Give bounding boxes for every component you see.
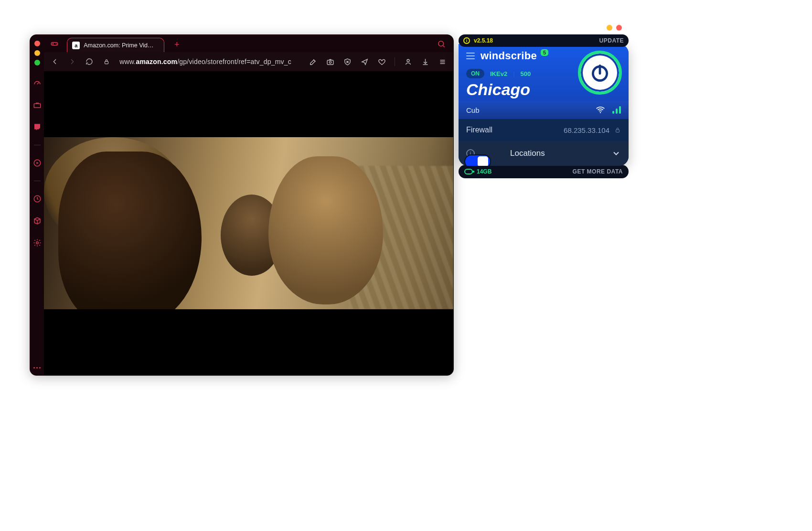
minimize-window-dot[interactable] bbox=[34, 50, 40, 56]
twitch-icon[interactable] bbox=[33, 123, 42, 131]
ip-address: 68.235.33.104 bbox=[564, 126, 609, 134]
lock-icon bbox=[614, 127, 621, 133]
gear-icon[interactable] bbox=[33, 238, 42, 247]
svg-point-7 bbox=[438, 41, 444, 46]
ws-topbar: i v2.5.18 UPDATE bbox=[459, 34, 629, 47]
svg-point-5 bbox=[55, 43, 56, 44]
url-display[interactable]: www.amazon.com/gp/video/storefront/ref=a… bbox=[119, 58, 291, 65]
firewall-label: Firewall bbox=[466, 126, 492, 134]
info-icon[interactable]: i bbox=[463, 37, 470, 44]
ws-logo: windscribe bbox=[481, 50, 537, 62]
ws-firewall-row: Firewall 68.235.33.104 bbox=[459, 119, 629, 141]
menu-icon[interactable] bbox=[438, 57, 447, 66]
reload-icon[interactable] bbox=[85, 57, 94, 66]
close-window-dot[interactable] bbox=[34, 41, 40, 46]
ws-bottombar: 14GB GET MORE DATA bbox=[459, 165, 629, 178]
browser-window: a Amazon.com: Prime Video: Prime + www bbox=[30, 34, 454, 376]
briefcase-icon[interactable] bbox=[33, 101, 42, 109]
ws-header: windscribe 5 ON IKEv2 | 500 Chicago bbox=[459, 44, 629, 101]
locations-label: Locations bbox=[510, 149, 545, 158]
url-path: /gp/video/storefront/ref=atv_dp_mv_c bbox=[177, 58, 291, 65]
ws-sublocation-row[interactable]: Cub bbox=[459, 101, 629, 119]
address-bar: www.amazon.com/gp/video/storefront/ref=a… bbox=[44, 52, 453, 71]
status-on-pill: ON bbox=[466, 69, 484, 78]
tab-active[interactable]: a Amazon.com: Prime Video: Prime bbox=[67, 38, 164, 52]
svg-point-13 bbox=[600, 112, 601, 113]
svg-point-10 bbox=[329, 61, 331, 63]
clock-icon[interactable] bbox=[33, 195, 42, 203]
get-more-data-button[interactable]: GET MORE DATA bbox=[573, 168, 623, 175]
tab-favicon: a bbox=[72, 42, 80, 49]
power-button[interactable] bbox=[578, 51, 622, 95]
tab-strip: a Amazon.com: Prime Video: Prime + bbox=[44, 35, 453, 52]
ws-notification-badge[interactable]: 5 bbox=[541, 49, 548, 56]
svg-rect-9 bbox=[327, 60, 333, 64]
lock-icon[interactable] bbox=[102, 57, 111, 66]
windscribe-app: i v2.5.18 UPDATE windscribe 5 ON IKEv2 |… bbox=[459, 34, 629, 178]
video-frame bbox=[44, 137, 453, 309]
hamburger-icon[interactable] bbox=[466, 53, 475, 59]
data-remaining: 14GB bbox=[477, 168, 491, 175]
svg-point-6 bbox=[56, 44, 57, 45]
ws-version: v2.5.18 bbox=[474, 37, 493, 44]
toolbar-right bbox=[309, 57, 447, 66]
camera-icon[interactable] bbox=[326, 57, 334, 66]
ws-sublocation: Cub bbox=[466, 106, 480, 114]
send-icon[interactable] bbox=[360, 57, 369, 66]
browser-left-rail bbox=[30, 35, 44, 375]
tab-title: Amazon.com: Prime Video: Prime bbox=[84, 42, 155, 49]
status-port[interactable]: 500 bbox=[521, 70, 531, 77]
browser-main: a Amazon.com: Prime Video: Prime + www bbox=[44, 35, 453, 375]
heart-icon[interactable] bbox=[377, 57, 386, 66]
svg-rect-8 bbox=[105, 61, 108, 64]
back-icon[interactable] bbox=[51, 57, 59, 66]
ws-update-button[interactable]: UPDATE bbox=[599, 37, 624, 44]
person-icon[interactable] bbox=[404, 57, 412, 66]
forward-icon[interactable] bbox=[68, 57, 76, 66]
play-circle-icon[interactable] bbox=[33, 159, 42, 167]
svg-rect-4 bbox=[51, 43, 58, 45]
speedometer-icon[interactable] bbox=[33, 79, 42, 87]
rail-separator bbox=[34, 145, 41, 145]
svg-point-11 bbox=[407, 59, 409, 62]
toolbar-separator bbox=[395, 57, 395, 66]
ws-body: windscribe 5 ON IKEv2 | 500 Chicago Cub … bbox=[459, 44, 629, 166]
svg-rect-0 bbox=[34, 104, 41, 108]
ws-locations-row[interactable]: i Locations bbox=[459, 141, 629, 166]
url-host: amazon.com bbox=[136, 58, 177, 65]
gamepad-icon[interactable] bbox=[50, 39, 59, 48]
tab-search-icon[interactable] bbox=[437, 40, 446, 48]
signal-icon bbox=[612, 106, 621, 114]
download-icon[interactable] bbox=[421, 57, 429, 66]
battery-icon bbox=[464, 169, 473, 174]
video-player[interactable] bbox=[44, 71, 453, 375]
fullscreen-window-dot[interactable] bbox=[34, 60, 40, 65]
edit-icon[interactable] bbox=[309, 57, 317, 66]
firewall-toggle-thumb[interactable] bbox=[478, 156, 488, 166]
chevron-down-icon bbox=[611, 149, 621, 158]
new-tab-button[interactable]: + bbox=[171, 39, 182, 50]
svg-point-3 bbox=[36, 242, 38, 244]
wifi-icon bbox=[595, 105, 606, 115]
shield-icon[interactable] bbox=[343, 57, 352, 66]
url-prefix: www. bbox=[119, 58, 136, 65]
rail-separator bbox=[34, 181, 41, 181]
status-protocol[interactable]: IKEv2 bbox=[490, 70, 507, 77]
svg-rect-14 bbox=[616, 130, 620, 132]
cube-icon[interactable] bbox=[33, 217, 42, 225]
rail-more-icon[interactable] bbox=[33, 367, 41, 368]
window-traffic-lights[interactable] bbox=[34, 41, 40, 65]
